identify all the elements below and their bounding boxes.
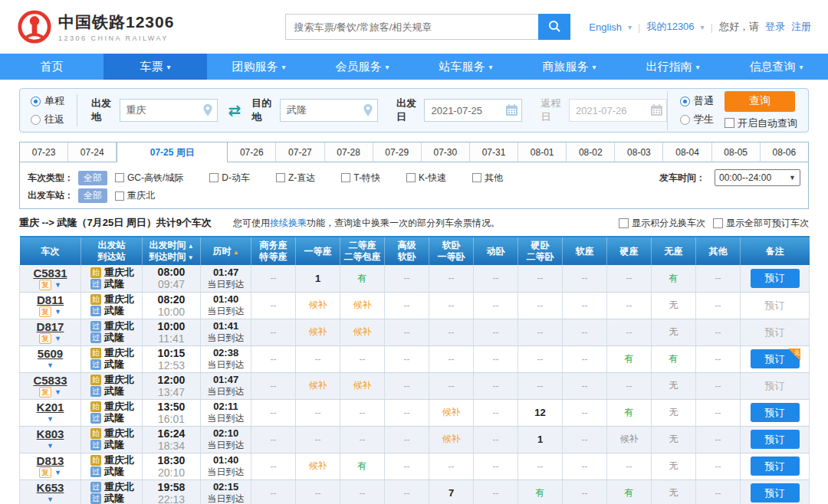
book-button[interactable]: 预订 bbox=[751, 457, 800, 476]
date-tab-07-23[interactable]: 07-23 bbox=[20, 142, 68, 162]
nav-item-6[interactable]: 出行指南▾ bbox=[621, 54, 724, 80]
column-header-3[interactable]: 历时 ▲ bbox=[201, 237, 251, 265]
column-header-9[interactable]: 动卧 bbox=[474, 237, 518, 265]
train-type-all-badge[interactable]: 全部 bbox=[78, 171, 107, 185]
date-tab-07-25[interactable]: 07-25 周日 bbox=[117, 142, 228, 162]
column-header-4[interactable]: 商务座特等座 bbox=[251, 237, 296, 265]
train-number-link[interactable]: C5833 bbox=[20, 374, 80, 387]
site-search-input[interactable] bbox=[285, 14, 538, 40]
nav-item-4[interactable]: 站车服务▾ bbox=[414, 54, 518, 80]
seat-cell-8: 有 bbox=[607, 345, 652, 372]
seat-cell-3: -- bbox=[385, 399, 429, 426]
train-number-link[interactable]: D817 bbox=[20, 320, 80, 333]
train-type-checkbox-1[interactable]: D-动车 bbox=[209, 172, 250, 185]
train-type-checkbox-5[interactable]: 其他 bbox=[472, 172, 503, 185]
date-tab-08-04[interactable]: 08-04 bbox=[663, 142, 711, 162]
date-tab-08-01[interactable]: 08-01 bbox=[518, 142, 567, 162]
column-header-7[interactable]: 高级软卧 bbox=[385, 237, 429, 265]
date-tab-08-05[interactable]: 08-05 bbox=[712, 142, 761, 162]
radio-icon bbox=[31, 115, 41, 125]
train-number-link[interactable]: D811 bbox=[20, 293, 80, 306]
nav-item-2[interactable]: 团购服务▾ bbox=[207, 54, 310, 80]
date-tab-07-27[interactable]: 07-27 bbox=[276, 142, 324, 162]
date-tab-07-31[interactable]: 07-31 bbox=[470, 142, 518, 162]
column-header-2[interactable]: 出发时间 ▲到达时间 ▼ bbox=[143, 237, 201, 265]
column-header-5[interactable]: 一等座 bbox=[296, 237, 340, 265]
train-number-link[interactable]: K201 bbox=[20, 401, 80, 414]
train-sub: ▼ bbox=[20, 414, 80, 424]
train-number-link[interactable]: 5609 bbox=[20, 347, 80, 360]
date-tab-07-28[interactable]: 07-28 bbox=[325, 142, 373, 162]
train-number-link[interactable]: C5831 bbox=[20, 267, 80, 280]
sort-icon[interactable]: ▲ bbox=[186, 243, 193, 250]
trip-type-radio-1[interactable]: 往返 bbox=[31, 113, 64, 126]
train-number-link[interactable]: K653 bbox=[20, 481, 80, 494]
depart-station-checkbox-0[interactable]: 重庆北 bbox=[115, 189, 155, 202]
date-tab-08-03[interactable]: 08-03 bbox=[615, 142, 663, 162]
brand[interactable]: 中国铁路12306 12306 CHINA RAILWAY bbox=[17, 9, 174, 44]
train-expand-icon[interactable]: ▼ bbox=[47, 496, 54, 503]
train-expand-icon[interactable]: ▼ bbox=[47, 362, 54, 369]
column-header-8[interactable]: 软卧一等卧 bbox=[429, 237, 474, 265]
login-link[interactable]: 登录 bbox=[765, 20, 785, 34]
query-button[interactable]: 查询 bbox=[724, 91, 795, 112]
train-type-checkbox-2[interactable]: Z-直达 bbox=[276, 172, 315, 185]
date-tab-08-06[interactable]: 08-06 bbox=[761, 142, 808, 162]
sort-icon[interactable]: ▼ bbox=[186, 254, 193, 261]
nav-item-0[interactable]: 首页 bbox=[0, 54, 104, 80]
train-expand-icon[interactable]: ▼ bbox=[54, 335, 61, 342]
train-expand-icon[interactable]: ▼ bbox=[54, 388, 61, 396]
nav-item-3[interactable]: 会员服务▾ bbox=[310, 54, 414, 80]
date-tab-07-29[interactable]: 07-29 bbox=[373, 142, 422, 162]
column-header-15[interactable]: 备注 bbox=[741, 237, 810, 265]
column-header-6[interactable]: 二等座二等包座 bbox=[340, 237, 385, 265]
column-header-13[interactable]: 无座 bbox=[652, 237, 696, 265]
my-12306-menu[interactable]: 我的12306 bbox=[646, 20, 694, 34]
book-button[interactable]: 预订 bbox=[751, 430, 800, 449]
transfer-link[interactable]: 接续换乘 bbox=[270, 218, 307, 228]
train-expand-icon[interactable]: ▼ bbox=[47, 415, 54, 423]
station-name: 武隆 bbox=[104, 411, 124, 425]
train-expand-icon[interactable]: ▼ bbox=[54, 308, 61, 316]
date-tab-07-24[interactable]: 07-24 bbox=[68, 142, 117, 162]
auto-query-checkbox[interactable]: 开启自动查询 bbox=[724, 116, 797, 130]
train-expand-icon[interactable]: ▼ bbox=[47, 442, 54, 450]
passenger-type-radio-1[interactable]: 学生 bbox=[680, 113, 714, 126]
column-header-1[interactable]: 出发站到达站 bbox=[81, 237, 143, 265]
train-number-link[interactable]: K803 bbox=[20, 427, 80, 440]
register-link[interactable]: 注册 bbox=[791, 20, 811, 34]
column-header-14[interactable]: 其他 bbox=[696, 237, 741, 265]
column-header-12[interactable]: 硬座 bbox=[607, 237, 652, 265]
show-points-trains-checkbox[interactable]: 显示积分兑换车次 bbox=[619, 217, 705, 230]
seat-cell-5: -- bbox=[474, 479, 518, 504]
train-type-checkbox-4[interactable]: K-快速 bbox=[406, 172, 446, 185]
passenger-type-radio-0[interactable]: 普通 bbox=[680, 94, 714, 108]
train-expand-icon[interactable]: ▼ bbox=[54, 281, 61, 289]
depart-station-all-badge[interactable]: 全部 bbox=[78, 188, 107, 203]
train-sub: ▼ bbox=[20, 440, 80, 451]
depart-time-select[interactable]: 00:00--24:00 ▼ bbox=[715, 169, 800, 186]
column-header-11[interactable]: 软座 bbox=[563, 237, 607, 265]
train-type-checkbox-3[interactable]: T-特快 bbox=[341, 172, 380, 185]
sort-icon[interactable]: ▲ bbox=[231, 249, 238, 256]
date-tab-08-02[interactable]: 08-02 bbox=[567, 142, 615, 162]
train-number-link[interactable]: D813 bbox=[20, 454, 80, 467]
book-button[interactable]: 预订 bbox=[751, 483, 800, 502]
nav-item-1[interactable]: 车票▾ bbox=[104, 54, 207, 80]
date-tab-07-26[interactable]: 07-26 bbox=[228, 142, 276, 162]
show-bookable-trains-checkbox[interactable]: 显示全部可预订车次 bbox=[713, 217, 809, 230]
nav-item-7[interactable]: 信息查询▾ bbox=[724, 54, 828, 80]
book-button[interactable]: 预订 bbox=[751, 269, 800, 288]
trip-type-radio-0[interactable]: 单程 bbox=[31, 94, 64, 108]
column-header-10[interactable]: 硬卧二等卧 bbox=[518, 237, 563, 265]
book-button[interactable]: 预订 bbox=[751, 403, 800, 422]
train-type-checkbox-0[interactable]: GC-高铁/城际 bbox=[115, 172, 183, 185]
train-expand-icon[interactable]: ▼ bbox=[54, 469, 61, 476]
date-tab-07-30[interactable]: 07-30 bbox=[422, 142, 470, 162]
book-button[interactable]: 预订兑 bbox=[751, 349, 800, 368]
nav-item-5[interactable]: 商旅服务▾ bbox=[518, 54, 621, 80]
column-header-0[interactable]: 车次 bbox=[20, 237, 81, 265]
site-search-button[interactable] bbox=[538, 14, 570, 40]
swap-stations-icon[interactable]: ⇄ bbox=[228, 103, 242, 118]
language-menu[interactable]: English bbox=[589, 21, 622, 33]
